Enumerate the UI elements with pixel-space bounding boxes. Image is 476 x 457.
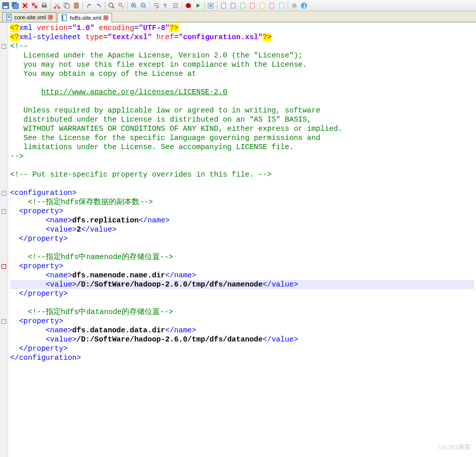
- save-icon[interactable]: [1, 1, 10, 10]
- svg-rect-7: [43, 3, 46, 5]
- toolbar: ¶ i: [0, 0, 476, 11]
- svg-point-20: [186, 3, 191, 8]
- svg-rect-27: [270, 3, 274, 8]
- svg-point-14: [109, 3, 113, 7]
- svg-point-29: [293, 5, 295, 7]
- close-icon[interactable]: [20, 1, 30, 10]
- zoom-out-icon[interactable]: [139, 1, 148, 10]
- fold-toggle[interactable]: −: [0, 317, 8, 326]
- file-icon: [6, 14, 13, 21]
- undo-icon[interactable]: [85, 1, 94, 10]
- tab-label: core-site.xml: [14, 14, 46, 20]
- macro-rec-icon[interactable]: [184, 1, 193, 10]
- save-all-icon[interactable]: [11, 1, 20, 10]
- func-list-icon[interactable]: [206, 1, 215, 10]
- tab-core-site[interactable]: core-site.xml ×: [2, 12, 57, 22]
- svg-rect-34: [62, 15, 63, 20]
- separator: [150, 2, 150, 10]
- doc-icon[interactable]: [277, 1, 286, 10]
- doc-icon[interactable]: [267, 1, 276, 10]
- wrap-icon[interactable]: [152, 1, 161, 10]
- doc-icon[interactable]: [229, 1, 238, 10]
- cut-icon[interactable]: [52, 1, 62, 10]
- info-icon[interactable]: i: [299, 1, 309, 10]
- svg-text:i: i: [303, 3, 306, 9]
- tab-bar: core-site.xml × hdfs-site.xml ×: [0, 11, 476, 22]
- doc-icon[interactable]: [258, 1, 267, 10]
- zoom-in-icon[interactable]: [129, 1, 138, 10]
- copy-icon[interactable]: [62, 1, 71, 10]
- svg-rect-25: [250, 3, 255, 8]
- svg-rect-32: [7, 14, 11, 20]
- whitespace-icon[interactable]: ¶: [161, 1, 171, 10]
- separator: [127, 2, 128, 10]
- indent-icon[interactable]: [171, 1, 180, 10]
- doc-icon[interactable]: [248, 1, 257, 10]
- svg-rect-22: [221, 3, 226, 8]
- svg-rect-28: [279, 3, 284, 8]
- redo-icon[interactable]: [94, 1, 103, 10]
- separator: [105, 2, 105, 10]
- separator: [82, 2, 83, 10]
- doc-icon[interactable]: [219, 1, 228, 10]
- svg-text:¶: ¶: [163, 3, 167, 9]
- editor[interactable]: − − − − − <?xml version="1.0" encoding="…: [0, 22, 476, 457]
- separator: [182, 2, 182, 10]
- tab-hdfs-site[interactable]: hdfs-site.xml ×: [58, 13, 112, 22]
- separator: [204, 2, 205, 10]
- macro-play-icon[interactable]: [193, 1, 203, 10]
- fold-toggle[interactable]: −: [0, 188, 8, 197]
- tab-label: hdfs-site.xml: [70, 15, 101, 21]
- replace-icon[interactable]: [117, 1, 126, 10]
- svg-rect-24: [241, 3, 245, 8]
- svg-rect-23: [231, 3, 235, 8]
- file-icon: [61, 14, 68, 21]
- separator: [50, 2, 51, 10]
- separator: [217, 2, 217, 10]
- close-all-icon[interactable]: [30, 1, 39, 10]
- settings-icon[interactable]: [290, 1, 299, 10]
- svg-rect-3: [13, 4, 18, 9]
- svg-rect-12: [74, 3, 78, 8]
- paste-icon[interactable]: [72, 1, 81, 10]
- find-icon[interactable]: [107, 1, 116, 10]
- svg-rect-26: [260, 3, 264, 8]
- svg-rect-11: [66, 4, 69, 8]
- svg-rect-1: [4, 6, 8, 8]
- svg-rect-16: [122, 7, 124, 9]
- separator: [288, 2, 288, 10]
- print-icon[interactable]: [40, 1, 49, 10]
- tab-close-icon[interactable]: ×: [48, 15, 53, 20]
- fold-gutter: − − − − −: [0, 22, 8, 457]
- fold-toggle[interactable]: −: [0, 42, 8, 51]
- tab-close-icon[interactable]: ×: [103, 15, 108, 20]
- fold-toggle[interactable]: −: [0, 262, 8, 271]
- watermark: 51CTO博客: [438, 443, 471, 452]
- svg-rect-13: [75, 3, 77, 4]
- code-area[interactable]: <?xml version="1.0" encoding="UTF-8"?> <…: [8, 22, 476, 457]
- doc-icon[interactable]: [238, 1, 247, 10]
- fold-toggle[interactable]: −: [0, 207, 8, 216]
